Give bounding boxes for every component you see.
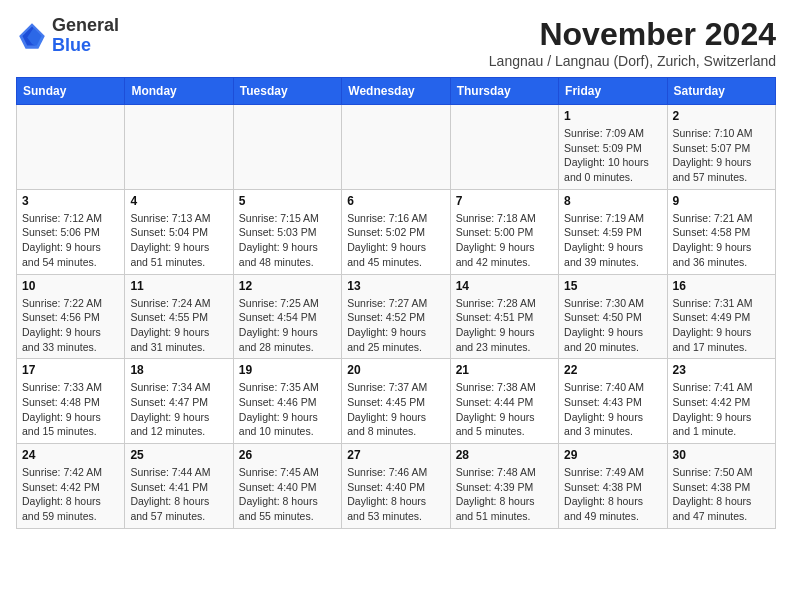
day-info: Sunrise: 7:46 AMSunset: 4:40 PMDaylight:… (347, 465, 444, 524)
day-number: 16 (673, 279, 770, 293)
day-number: 5 (239, 194, 336, 208)
calendar-cell: 23Sunrise: 7:41 AMSunset: 4:42 PMDayligh… (667, 359, 775, 444)
day-info: Sunrise: 7:42 AMSunset: 4:42 PMDaylight:… (22, 465, 119, 524)
day-header-sunday: Sunday (17, 78, 125, 105)
calendar-cell: 28Sunrise: 7:48 AMSunset: 4:39 PMDayligh… (450, 444, 558, 529)
day-number: 24 (22, 448, 119, 462)
day-info: Sunrise: 7:19 AMSunset: 4:59 PMDaylight:… (564, 211, 661, 270)
day-info: Sunrise: 7:21 AMSunset: 4:58 PMDaylight:… (673, 211, 770, 270)
calendar-cell: 26Sunrise: 7:45 AMSunset: 4:40 PMDayligh… (233, 444, 341, 529)
calendar-cell: 24Sunrise: 7:42 AMSunset: 4:42 PMDayligh… (17, 444, 125, 529)
day-number: 26 (239, 448, 336, 462)
calendar-cell: 21Sunrise: 7:38 AMSunset: 4:44 PMDayligh… (450, 359, 558, 444)
day-number: 30 (673, 448, 770, 462)
day-info: Sunrise: 7:22 AMSunset: 4:56 PMDaylight:… (22, 296, 119, 355)
day-info: Sunrise: 7:12 AMSunset: 5:06 PMDaylight:… (22, 211, 119, 270)
day-number: 18 (130, 363, 227, 377)
day-number: 15 (564, 279, 661, 293)
day-number: 23 (673, 363, 770, 377)
day-number: 3 (22, 194, 119, 208)
day-header-saturday: Saturday (667, 78, 775, 105)
calendar-cell: 7Sunrise: 7:18 AMSunset: 5:00 PMDaylight… (450, 189, 558, 274)
day-header-friday: Friday (559, 78, 667, 105)
calendar-cell (342, 105, 450, 190)
day-header-thursday: Thursday (450, 78, 558, 105)
calendar-cell: 8Sunrise: 7:19 AMSunset: 4:59 PMDaylight… (559, 189, 667, 274)
day-info: Sunrise: 7:24 AMSunset: 4:55 PMDaylight:… (130, 296, 227, 355)
day-number: 20 (347, 363, 444, 377)
day-info: Sunrise: 7:38 AMSunset: 4:44 PMDaylight:… (456, 380, 553, 439)
day-number: 2 (673, 109, 770, 123)
day-info: Sunrise: 7:16 AMSunset: 5:02 PMDaylight:… (347, 211, 444, 270)
calendar-cell: 14Sunrise: 7:28 AMSunset: 4:51 PMDayligh… (450, 274, 558, 359)
day-number: 21 (456, 363, 553, 377)
day-info: Sunrise: 7:13 AMSunset: 5:04 PMDaylight:… (130, 211, 227, 270)
day-info: Sunrise: 7:25 AMSunset: 4:54 PMDaylight:… (239, 296, 336, 355)
day-number: 4 (130, 194, 227, 208)
location: Langnau / Langnau (Dorf), Zurich, Switze… (489, 53, 776, 69)
day-number: 12 (239, 279, 336, 293)
calendar-table: SundayMondayTuesdayWednesdayThursdayFrid… (16, 77, 776, 529)
calendar-cell: 18Sunrise: 7:34 AMSunset: 4:47 PMDayligh… (125, 359, 233, 444)
day-number: 8 (564, 194, 661, 208)
month-title: November 2024 (489, 16, 776, 53)
calendar-cell: 22Sunrise: 7:40 AMSunset: 4:43 PMDayligh… (559, 359, 667, 444)
logo-text: General Blue (52, 16, 119, 56)
calendar-cell: 2Sunrise: 7:10 AMSunset: 5:07 PMDaylight… (667, 105, 775, 190)
day-number: 17 (22, 363, 119, 377)
day-number: 27 (347, 448, 444, 462)
day-number: 13 (347, 279, 444, 293)
day-info: Sunrise: 7:09 AMSunset: 5:09 PMDaylight:… (564, 126, 661, 185)
day-info: Sunrise: 7:48 AMSunset: 4:39 PMDaylight:… (456, 465, 553, 524)
day-number: 11 (130, 279, 227, 293)
day-info: Sunrise: 7:41 AMSunset: 4:42 PMDaylight:… (673, 380, 770, 439)
calendar-cell: 12Sunrise: 7:25 AMSunset: 4:54 PMDayligh… (233, 274, 341, 359)
calendar-cell: 11Sunrise: 7:24 AMSunset: 4:55 PMDayligh… (125, 274, 233, 359)
day-info: Sunrise: 7:10 AMSunset: 5:07 PMDaylight:… (673, 126, 770, 185)
day-info: Sunrise: 7:40 AMSunset: 4:43 PMDaylight:… (564, 380, 661, 439)
calendar-cell: 15Sunrise: 7:30 AMSunset: 4:50 PMDayligh… (559, 274, 667, 359)
calendar-cell (233, 105, 341, 190)
calendar-cell: 13Sunrise: 7:27 AMSunset: 4:52 PMDayligh… (342, 274, 450, 359)
day-number: 7 (456, 194, 553, 208)
calendar-cell: 1Sunrise: 7:09 AMSunset: 5:09 PMDaylight… (559, 105, 667, 190)
day-number: 1 (564, 109, 661, 123)
header: General Blue November 2024 Langnau / Lan… (16, 16, 776, 69)
calendar-cell: 25Sunrise: 7:44 AMSunset: 4:41 PMDayligh… (125, 444, 233, 529)
day-number: 28 (456, 448, 553, 462)
calendar-cell: 10Sunrise: 7:22 AMSunset: 4:56 PMDayligh… (17, 274, 125, 359)
day-info: Sunrise: 7:28 AMSunset: 4:51 PMDaylight:… (456, 296, 553, 355)
title-area: November 2024 Langnau / Langnau (Dorf), … (489, 16, 776, 69)
calendar-cell: 30Sunrise: 7:50 AMSunset: 4:38 PMDayligh… (667, 444, 775, 529)
day-info: Sunrise: 7:18 AMSunset: 5:00 PMDaylight:… (456, 211, 553, 270)
calendar-cell: 3Sunrise: 7:12 AMSunset: 5:06 PMDaylight… (17, 189, 125, 274)
day-info: Sunrise: 7:15 AMSunset: 5:03 PMDaylight:… (239, 211, 336, 270)
day-info: Sunrise: 7:45 AMSunset: 4:40 PMDaylight:… (239, 465, 336, 524)
day-number: 19 (239, 363, 336, 377)
day-info: Sunrise: 7:50 AMSunset: 4:38 PMDaylight:… (673, 465, 770, 524)
calendar-cell: 5Sunrise: 7:15 AMSunset: 5:03 PMDaylight… (233, 189, 341, 274)
day-info: Sunrise: 7:35 AMSunset: 4:46 PMDaylight:… (239, 380, 336, 439)
day-info: Sunrise: 7:31 AMSunset: 4:49 PMDaylight:… (673, 296, 770, 355)
calendar-cell (17, 105, 125, 190)
calendar-cell: 27Sunrise: 7:46 AMSunset: 4:40 PMDayligh… (342, 444, 450, 529)
day-number: 9 (673, 194, 770, 208)
day-header-wednesday: Wednesday (342, 78, 450, 105)
day-info: Sunrise: 7:37 AMSunset: 4:45 PMDaylight:… (347, 380, 444, 439)
calendar-cell: 16Sunrise: 7:31 AMSunset: 4:49 PMDayligh… (667, 274, 775, 359)
day-info: Sunrise: 7:33 AMSunset: 4:48 PMDaylight:… (22, 380, 119, 439)
day-number: 22 (564, 363, 661, 377)
calendar-cell: 6Sunrise: 7:16 AMSunset: 5:02 PMDaylight… (342, 189, 450, 274)
day-number: 10 (22, 279, 119, 293)
day-number: 29 (564, 448, 661, 462)
day-number: 14 (456, 279, 553, 293)
calendar-cell: 20Sunrise: 7:37 AMSunset: 4:45 PMDayligh… (342, 359, 450, 444)
day-number: 25 (130, 448, 227, 462)
calendar-cell: 19Sunrise: 7:35 AMSunset: 4:46 PMDayligh… (233, 359, 341, 444)
day-info: Sunrise: 7:49 AMSunset: 4:38 PMDaylight:… (564, 465, 661, 524)
day-header-tuesday: Tuesday (233, 78, 341, 105)
day-info: Sunrise: 7:27 AMSunset: 4:52 PMDaylight:… (347, 296, 444, 355)
calendar-cell: 17Sunrise: 7:33 AMSunset: 4:48 PMDayligh… (17, 359, 125, 444)
calendar-cell (125, 105, 233, 190)
day-header-monday: Monday (125, 78, 233, 105)
